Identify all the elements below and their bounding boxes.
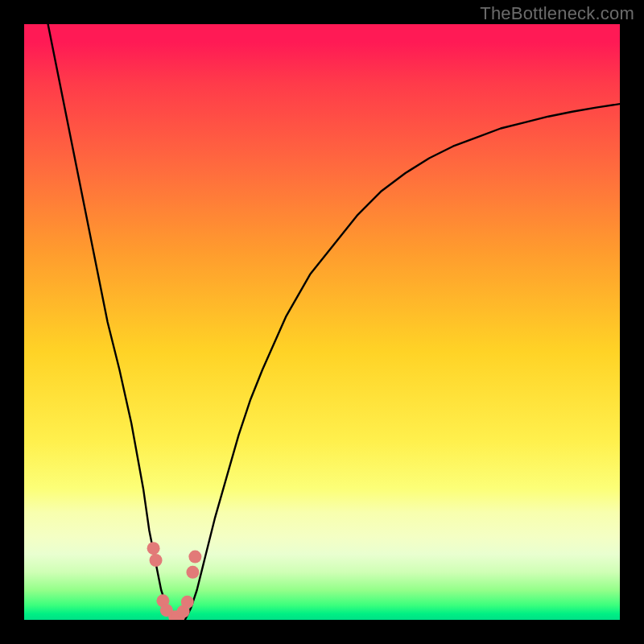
valley-marker (150, 554, 163, 567)
chart-svg (24, 24, 620, 620)
valley-marker (147, 542, 160, 555)
bottleneck-curve (48, 24, 620, 620)
valley-marker (186, 566, 199, 579)
chart-frame: TheBottleneck.com (0, 0, 644, 644)
watermark-text: TheBottleneck.com (480, 3, 634, 24)
plot-area (24, 24, 620, 620)
valley-marker-group (147, 542, 202, 620)
valley-marker (181, 596, 194, 609)
valley-marker (188, 551, 201, 564)
